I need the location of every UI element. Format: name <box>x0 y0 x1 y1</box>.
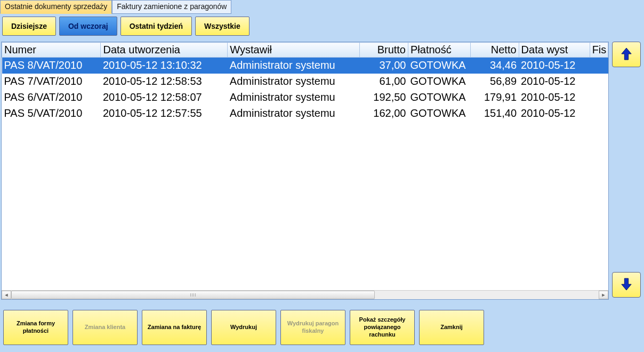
cell-number: PAS 5/VAT/2010 <box>2 106 101 122</box>
cell-issue-date: 2010-05-12 <box>519 58 590 74</box>
table-header-row: Numer Data utworzenia Wystawił Brutto Pł… <box>2 43 608 58</box>
filter-since-yesterday-button[interactable]: Od wczoraj <box>59 17 117 36</box>
hscroll-track[interactable] <box>11 291 599 299</box>
table-row[interactable]: PAS 5/VAT/20102010-05-12 12:57:55Adminis… <box>2 106 608 122</box>
cell-created-date: 2010-05-12 12:58:07 <box>101 90 228 106</box>
change-client-button[interactable]: Zmiana klienta <box>73 310 138 345</box>
cell-gross: 37,00 <box>360 58 408 74</box>
cell-fiscal <box>590 58 608 74</box>
hscroll-right-button[interactable]: ► <box>599 291 608 299</box>
cell-gross: 162,00 <box>360 106 408 122</box>
filter-last-week-button[interactable]: Ostatni tydzień <box>120 17 192 36</box>
filter-today-button[interactable]: Dzisiejsze <box>2 17 56 36</box>
show-related-bill-button[interactable]: Pokaż szczegóły powiązanego rachunku <box>350 310 415 345</box>
cell-number: PAS 8/VAT/2010 <box>2 58 101 74</box>
cell-issue-date: 2010-05-12 <box>519 90 590 106</box>
col-header-gross[interactable]: Brutto <box>360 43 408 58</box>
cell-gross: 61,00 <box>360 74 408 90</box>
cell-fiscal <box>590 90 608 106</box>
cell-net: 34,46 <box>470 58 519 74</box>
cell-number: PAS 6/VAT/2010 <box>2 90 101 106</box>
col-header-issue-date[interactable]: Data wyst <box>519 43 590 58</box>
col-header-issued-by[interactable]: Wystawił <box>228 43 360 58</box>
cell-issued-by: Administrator systemu <box>228 74 360 90</box>
col-header-payment[interactable]: Płatność <box>408 43 470 58</box>
cell-created-date: 2010-05-12 12:57:55 <box>101 106 228 122</box>
cell-payment: GOTOWKA <box>408 106 470 122</box>
table-row[interactable]: PAS 7/VAT/20102010-05-12 12:58:53Adminis… <box>2 74 608 90</box>
cell-number: PAS 7/VAT/2010 <box>2 74 101 90</box>
cell-issue-date: 2010-05-12 <box>519 106 590 122</box>
table-container: Numer Data utworzenia Wystawił Brutto Pł… <box>1 42 609 300</box>
table-row[interactable]: PAS 6/VAT/20102010-05-12 12:58:07Adminis… <box>2 90 608 106</box>
close-button[interactable]: Zamknij <box>419 310 484 345</box>
table-row[interactable]: PAS 8/VAT/20102010-05-12 13:10:32Adminis… <box>2 58 608 74</box>
cell-net: 179,91 <box>470 90 519 106</box>
scroll-up-button[interactable] <box>612 42 641 67</box>
print-fiscal-receipt-button[interactable]: Wydrukuj paragon fiskalny <box>280 310 345 345</box>
documents-table[interactable]: Numer Data utworzenia Wystawił Brutto Pł… <box>2 42 608 122</box>
arrow-down-icon <box>621 277 632 293</box>
cell-fiscal <box>590 74 608 90</box>
cell-created-date: 2010-05-12 12:58:53 <box>101 74 228 90</box>
col-header-created-date[interactable]: Data utworzenia <box>101 43 228 58</box>
col-header-fiscal[interactable]: Fis <box>590 43 608 58</box>
cell-payment: GOTOWKA <box>408 74 470 90</box>
tab-invoices-from-receipts[interactable]: Faktury zamienione z paragonów <box>112 0 231 14</box>
filter-all-button[interactable]: Wszystkie <box>195 17 249 36</box>
cell-net: 56,89 <box>470 74 519 90</box>
filter-bar: Dzisiejsze Od wczoraj Ostatni tydzień Ws… <box>0 14 644 38</box>
cell-issued-by: Administrator systemu <box>228 90 360 106</box>
horizontal-scrollbar[interactable]: ◄ ► <box>2 290 608 299</box>
cell-issued-by: Administrator systemu <box>228 106 360 122</box>
cell-net: 151,40 <box>470 106 519 122</box>
print-button[interactable]: Wydrukuj <box>211 310 276 345</box>
tab-recent-sales-docs[interactable]: Ostatnie dokumenty sprzedaży <box>0 0 112 14</box>
cell-created-date: 2010-05-12 13:10:32 <box>101 58 228 74</box>
bottom-action-bar: Zmiana formy płatności Zmiana klienta Za… <box>0 303 644 352</box>
cell-issue-date: 2010-05-12 <box>519 74 590 90</box>
change-payment-button[interactable]: Zmiana formy płatności <box>3 310 68 345</box>
tabs-bar: Ostatnie dokumenty sprzedaży Faktury zam… <box>0 0 644 14</box>
arrow-up-icon <box>621 47 632 62</box>
side-nav-buttons <box>612 38 644 303</box>
cell-issued-by: Administrator systemu <box>228 58 360 74</box>
cell-gross: 192,50 <box>360 90 408 106</box>
cell-payment: GOTOWKA <box>408 90 470 106</box>
convert-to-invoice-button[interactable]: Zamiana na fakturę <box>142 310 207 345</box>
col-header-net[interactable]: Netto <box>470 43 519 58</box>
hscroll-left-button[interactable]: ◄ <box>2 291 11 299</box>
hscroll-thumb[interactable] <box>11 291 375 299</box>
cell-fiscal <box>590 106 608 122</box>
scroll-down-button[interactable] <box>612 272 641 298</box>
col-header-number[interactable]: Numer <box>2 43 101 58</box>
cell-payment: GOTOWKA <box>408 58 470 74</box>
